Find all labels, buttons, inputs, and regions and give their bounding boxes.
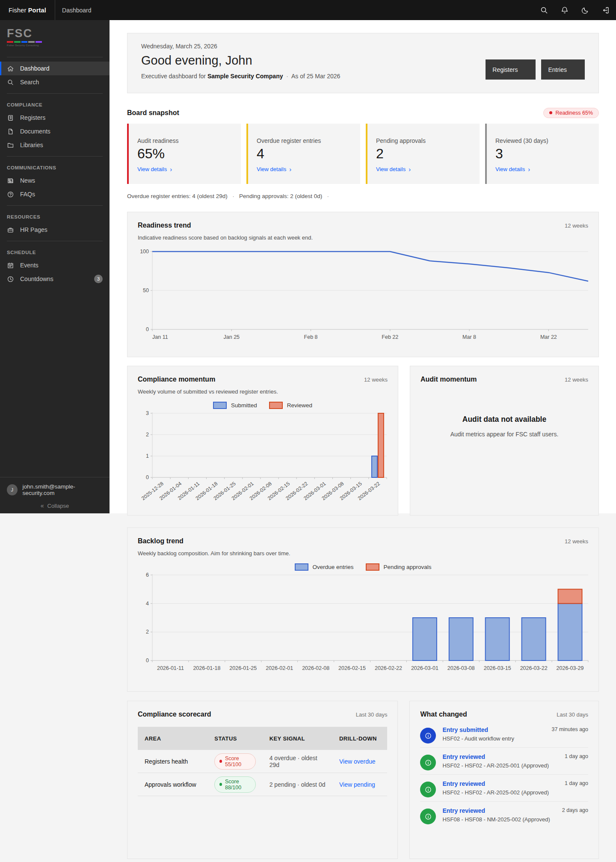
readiness-badge: Readiness 65% xyxy=(543,108,599,118)
chart-period: 12 weeks xyxy=(565,222,588,229)
status-dot xyxy=(219,783,222,786)
score-badge: Score 55/100 xyxy=(214,753,255,770)
topnav-dashboard[interactable]: Dashboard xyxy=(55,0,98,20)
search-icon xyxy=(7,79,14,86)
sidebar: FSC Fisher Security Consulting Dashboard… xyxy=(0,20,110,513)
entries-button[interactable]: Entries xyxy=(541,59,585,80)
sidebar-footer: J john.smith@sample-security.com «Collap… xyxy=(0,477,110,513)
main-content: Wednesday, March 25, 2026 Good evening, … xyxy=(110,20,616,859)
chevron-right-icon: › xyxy=(409,166,411,172)
brand-suffix: Portal xyxy=(28,7,46,14)
briefcase-icon xyxy=(7,226,14,234)
view-details-link[interactable]: View details› xyxy=(376,166,471,172)
svg-text:Mar 22: Mar 22 xyxy=(540,334,557,340)
svg-text:50: 50 xyxy=(143,287,149,293)
user-row[interactable]: J john.smith@sample-security.com xyxy=(7,483,103,496)
dot-separator: · xyxy=(232,193,234,199)
sidebar-item-search[interactable]: Search xyxy=(0,75,110,89)
scorecard-table: AREA STATUS KEY SIGNAL DRILL-DOWN Regist… xyxy=(138,727,387,796)
kpi-value: 65% xyxy=(137,146,232,162)
sidebar-item-countdowns[interactable]: Countdowns 3 xyxy=(0,272,110,286)
document-icon xyxy=(7,128,14,135)
activity-timestamp: 2 days ago xyxy=(562,807,588,813)
sidebar-item-documents[interactable]: Documents xyxy=(0,124,110,138)
chart-subtitle: Weekly backlog composition. Aim for shri… xyxy=(138,550,588,557)
sidebar-item-registers[interactable]: Registers xyxy=(0,111,110,124)
svg-text:6: 6 xyxy=(146,572,149,578)
legend-swatch-overdue xyxy=(295,563,308,571)
chart-title: Compliance momentum xyxy=(138,376,215,383)
moon-icon xyxy=(581,6,589,15)
legend-label: Reviewed xyxy=(287,402,312,409)
scorecard-title: Compliance scorecard xyxy=(138,711,211,718)
chevron-right-icon: › xyxy=(528,166,530,172)
registers-button[interactable]: Registers xyxy=(486,59,536,80)
logout-button[interactable] xyxy=(595,0,616,20)
link-label: View details xyxy=(376,166,406,172)
kpi-value: 2 xyxy=(376,146,471,162)
sidebar-item-libraries[interactable]: Libraries xyxy=(0,138,110,152)
sidebar-item-label: Libraries xyxy=(20,142,43,148)
chart-subtitle: Indicative readiness score based on back… xyxy=(138,234,588,241)
momentum-bar-chart: 01232025-12-282026-01-042026-01-112026-0… xyxy=(138,410,388,512)
view-details-link[interactable]: View details› xyxy=(257,166,352,172)
clock-icon xyxy=(7,275,14,283)
brand[interactable]: Fisher Portal xyxy=(0,7,55,14)
welcome-card: Wednesday, March 25, 2026 Good evening, … xyxy=(127,33,599,93)
overdue-summary: Overdue register entries: 4 (oldest 29d) xyxy=(127,193,228,199)
audit-momentum-card: Audit momentum 12 weeks Audit data not a… xyxy=(410,366,599,515)
sidebar-item-faqs[interactable]: FAQs xyxy=(0,187,110,201)
what-changed-card: What changed Last 30 days Entry submitte… xyxy=(409,701,599,859)
svg-text:1: 1 xyxy=(146,453,149,459)
home-icon xyxy=(7,65,14,72)
sidebar-item-label: Dashboard xyxy=(20,65,50,72)
svg-text:2: 2 xyxy=(146,629,149,635)
sidebar-section-resources: RESOURCES xyxy=(0,210,110,223)
svg-text:Jan 11: Jan 11 xyxy=(152,334,168,340)
news-icon xyxy=(7,177,14,184)
sidebar-item-label: FAQs xyxy=(20,191,35,198)
info-icon xyxy=(420,782,436,797)
svg-text:2026-03-08: 2026-03-08 xyxy=(447,665,475,671)
svg-text:2026-03-01: 2026-03-01 xyxy=(411,665,438,671)
collapse-label: Collapse xyxy=(47,503,69,509)
sidebar-item-dashboard[interactable]: Dashboard xyxy=(0,62,110,75)
collapse-chevron-icon: « xyxy=(41,502,44,509)
readiness-badge-label: Readiness 65% xyxy=(555,110,593,116)
search-button[interactable] xyxy=(534,0,554,20)
backlog-trend-card: Backlog trend 12 weeks Weekly backlog co… xyxy=(127,527,599,692)
status-dot xyxy=(549,111,552,114)
brand-name: Fisher xyxy=(9,7,27,14)
chart-period: 12 weeks xyxy=(565,538,588,545)
activity-timestamp: 37 minutes ago xyxy=(552,726,588,732)
divider xyxy=(7,93,103,94)
sidebar-item-hr-pages[interactable]: HR Pages xyxy=(0,223,110,237)
chart-subtitle: Weekly volume of submitted vs reviewed r… xyxy=(138,388,388,395)
svg-text:2026-01-18: 2026-01-18 xyxy=(193,665,220,671)
sidebar-item-events[interactable]: Events xyxy=(0,258,110,272)
svg-text:2026-02-15: 2026-02-15 xyxy=(338,665,366,671)
divider xyxy=(7,57,103,57)
scorecard-period: Last 30 days xyxy=(356,711,388,718)
notifications-button[interactable] xyxy=(554,0,575,20)
dark-mode-button[interactable] xyxy=(575,0,595,20)
view-details-link[interactable]: View details› xyxy=(495,166,590,172)
sidebar-item-news[interactable]: News xyxy=(0,174,110,187)
view-overdue-link[interactable]: View overdue xyxy=(339,758,376,765)
sidebar-item-label: Countdowns xyxy=(20,275,53,282)
kpi-label: Pending approvals xyxy=(376,137,471,144)
link-label: View details xyxy=(495,166,525,172)
chart-legend: Overdue entries Pending approvals xyxy=(138,563,588,571)
kpi-value: 4 xyxy=(257,146,352,162)
dot-separator: · xyxy=(327,193,329,199)
dot-separator: · xyxy=(286,73,288,80)
kpi-card-pending-approvals: Pending approvals 2 View details› xyxy=(366,124,480,184)
collapse-button[interactable]: «Collapse xyxy=(7,502,103,509)
countdowns-badge: 3 xyxy=(94,275,103,283)
view-pending-link[interactable]: View pending xyxy=(339,781,375,788)
folder-icon xyxy=(7,142,14,149)
link-label: View details xyxy=(137,166,167,172)
table-row: Approvals workflow Score 88/100 2 pendin… xyxy=(138,773,387,796)
svg-text:4: 4 xyxy=(146,601,149,607)
view-details-link[interactable]: View details› xyxy=(137,166,232,172)
